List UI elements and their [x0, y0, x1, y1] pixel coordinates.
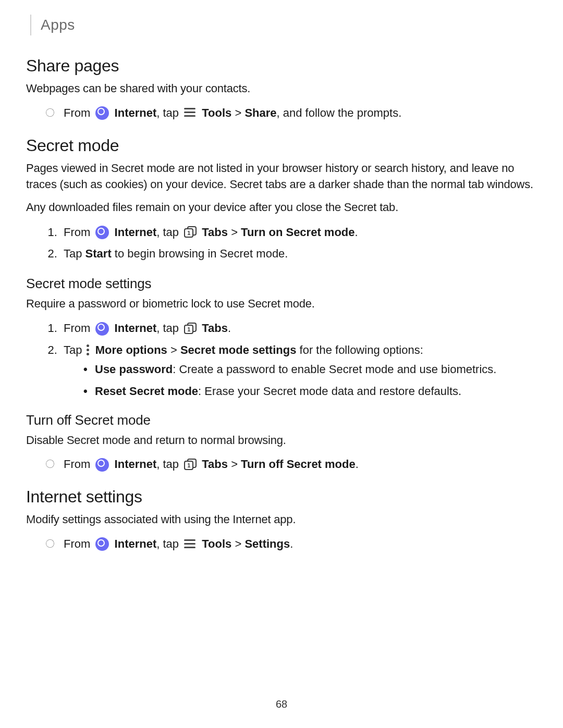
- internet-icon: [95, 322, 109, 336]
- share-pages-intro: Webpages can be shared with your contact…: [26, 81, 537, 97]
- turn-off-step: From Internet, tap 1 Tabs > Turn off Sec…: [46, 455, 537, 473]
- option-use-password: Use password: Create a password to enabl…: [83, 361, 537, 378]
- internet-icon: [95, 106, 109, 120]
- secret-settings-step2: Tap More options > Secret mode settings …: [60, 341, 537, 400]
- secret-mode-para1: Pages viewed in Secret mode are not list…: [26, 161, 537, 193]
- secret-mode-step2: Tap Start to begin browsing in Secret mo…: [60, 244, 537, 263]
- share-label: Share: [244, 106, 276, 119]
- secret-mode-para2: Any downloaded files remain on your devi…: [26, 200, 537, 216]
- share-pages-step: From Internet, tap Tools > Share, and fo…: [46, 104, 537, 121]
- tools-icon: [184, 539, 195, 548]
- internet-icon: [95, 458, 109, 472]
- secret-settings-intro: Require a password or biometric lock to …: [26, 296, 537, 312]
- heading-secret-settings: Secret mode settings: [26, 276, 537, 292]
- tools-icon: [184, 108, 195, 117]
- option-reset-secret-mode: Reset Secret mode: Erase your Secret mod…: [83, 383, 537, 400]
- heading-turn-off: Turn off Secret mode: [26, 412, 537, 428]
- internet-icon: [95, 226, 109, 239]
- turn-off-intro: Disable Secret mode and return to normal…: [26, 433, 537, 449]
- secret-settings-step1: From Internet, tap 1 Tabs.: [60, 319, 537, 337]
- secret-mode-step1: From Internet, tap 1 Tabs > Turn on Secr…: [60, 223, 537, 241]
- heading-secret-mode: Secret mode: [26, 136, 537, 155]
- internet-label: Internet: [115, 106, 157, 119]
- tabs-icon: 1: [184, 226, 197, 238]
- more-options-icon: [87, 344, 89, 355]
- internet-settings-intro: Modify settings associated with using th…: [26, 512, 537, 528]
- tabs-icon: 1: [184, 323, 197, 334]
- header-divider: [30, 15, 31, 35]
- internet-settings-step: From Internet, tap Tools > Settings.: [46, 535, 537, 552]
- internet-icon: [95, 537, 109, 551]
- tabs-icon: 1: [184, 459, 197, 470]
- heading-share-pages: Share pages: [26, 56, 537, 76]
- category-title: Apps: [41, 17, 75, 33]
- page-number: 68: [0, 698, 563, 710]
- tools-label: Tools: [202, 106, 231, 119]
- heading-internet-settings: Internet settings: [26, 487, 537, 507]
- page-header: Apps: [30, 15, 537, 35]
